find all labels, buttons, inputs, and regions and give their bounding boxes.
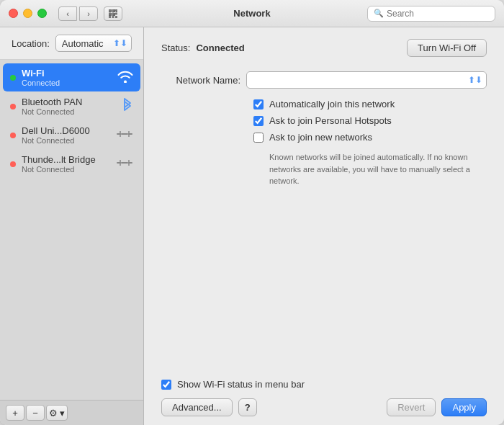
main-content: Location: Automatic Edit Locations... ⬆⬇…	[0, 27, 504, 425]
location-select[interactable]: Automatic Edit Locations...	[55, 35, 132, 52]
location-label: Location:	[12, 38, 50, 49]
svg-rect-6	[112, 9, 114, 12]
location-row: Location: Automatic Edit Locations... ⬆⬇	[0, 27, 143, 60]
bottom-section: Show Wi-Fi status in menu bar Advanced..…	[161, 367, 487, 416]
ask-new-networks-checkbox[interactable]	[253, 133, 264, 143]
ethernet-icon	[116, 128, 133, 143]
advanced-button[interactable]: Advanced...	[161, 398, 233, 416]
network-status: Not Connected	[22, 165, 113, 174]
svg-rect-10	[115, 12, 117, 14]
traffic-lights	[9, 9, 47, 18]
svg-rect-9	[112, 12, 114, 14]
remove-network-button[interactable]: −	[26, 405, 45, 421]
network-info: Dell Uni...D6000 Not Connected	[22, 125, 113, 145]
list-item[interactable]: Dell Uni...D6000 Not Connected	[3, 121, 140, 149]
back-button[interactable]: ‹	[58, 6, 77, 21]
network-name: Bluetooth PAN	[22, 97, 119, 107]
location-select-wrapper: Automatic Edit Locations... ⬆⬇	[55, 35, 132, 52]
status-dot-red	[10, 161, 16, 167]
apps-grid-button[interactable]	[104, 6, 122, 21]
search-icon: 🔍	[374, 9, 384, 18]
checkbox-row: Automatically join this network	[253, 99, 487, 109]
svg-rect-7	[115, 9, 117, 12]
svg-rect-13	[115, 16, 117, 18]
svg-rect-12	[112, 16, 114, 18]
network-name-select[interactable]	[246, 71, 487, 89]
status-value: Connected	[196, 42, 244, 53]
show-wifi-status-label[interactable]: Show Wi-Fi status in menu bar	[177, 379, 305, 390]
turn-wifi-off-button[interactable]: Turn Wi-Fi Off	[407, 39, 487, 57]
gear-menu-button[interactable]: ⚙ ▾	[46, 405, 68, 421]
checkbox-row: Ask to join Personal Hotspots	[253, 115, 487, 126]
svg-rect-8	[109, 12, 111, 14]
minimize-button[interactable]	[23, 9, 32, 18]
list-item[interactable]: Wi-Fi Connected	[3, 63, 140, 91]
show-wifi-row: Show Wi-Fi status in menu bar	[161, 379, 487, 390]
window: ‹ › Network	[0, 0, 504, 425]
network-name: Dell Uni...D6000	[22, 125, 113, 136]
list-item[interactable]: Thunde...lt Bridge Not Connected	[3, 150, 140, 178]
sidebar-toolbar: + − ⚙ ▾	[0, 400, 143, 425]
network-list: Wi-Fi Connected Blueto	[0, 60, 143, 400]
show-wifi-status-checkbox[interactable]	[161, 380, 171, 390]
auto-join-label[interactable]: Automatically join this network	[269, 99, 395, 109]
svg-rect-5	[109, 9, 111, 12]
network-info: Bluetooth PAN Not Connected	[22, 97, 119, 116]
revert-button[interactable]: Revert	[387, 398, 436, 416]
svg-rect-11	[109, 16, 111, 18]
network-name-select-wrapper: ⬆⬇	[246, 71, 487, 89]
status-row: Status: Connected Turn Wi-Fi Off	[161, 39, 487, 57]
network-name-label: Network Name:	[161, 75, 240, 86]
window-title: Network	[233, 8, 270, 19]
add-network-button[interactable]: +	[6, 405, 24, 421]
checkbox-row: Ask to join new networks	[253, 132, 487, 143]
status-dot-red	[10, 133, 16, 138]
checkboxes-section: Automatically join this network Ask to j…	[253, 99, 487, 187]
apply-button[interactable]: Apply	[441, 398, 487, 416]
helper-text: Known networks will be joined automatica…	[269, 151, 487, 187]
status-dot-green	[10, 75, 16, 81]
help-button[interactable]: ?	[238, 398, 257, 416]
thunderbolt-icon	[116, 157, 133, 171]
ask-hotspots-checkbox[interactable]	[253, 116, 264, 126]
titlebar: ‹ › Network	[0, 0, 504, 27]
network-status: Not Connected	[22, 107, 119, 116]
status-dot-red	[10, 104, 16, 109]
close-button[interactable]	[9, 9, 18, 18]
auto-join-checkbox[interactable]	[253, 99, 264, 109]
search-input[interactable]	[387, 9, 489, 19]
right-panel: Status: Connected Turn Wi-Fi Off Network…	[144, 27, 504, 425]
nav-buttons: ‹ ›	[58, 6, 98, 21]
status-label: Status:	[161, 42, 190, 53]
ask-hotspots-label[interactable]: Ask to join Personal Hotspots	[269, 115, 392, 126]
search-box[interactable]: 🔍	[367, 6, 495, 22]
sidebar: Location: Automatic Edit Locations... ⬆⬇…	[0, 27, 144, 425]
wifi-icon	[117, 70, 133, 86]
list-item[interactable]: Bluetooth PAN Not Connected	[3, 92, 140, 120]
network-status: Connected	[22, 79, 114, 87]
network-status: Not Connected	[22, 136, 113, 145]
forward-button[interactable]: ›	[79, 6, 98, 21]
network-name: Thunde...lt Bridge	[22, 154, 113, 165]
network-info: Thunde...lt Bridge Not Connected	[22, 154, 113, 174]
network-name: Wi-Fi	[22, 68, 114, 79]
maximize-button[interactable]	[37, 9, 47, 18]
bluetooth-icon	[122, 98, 133, 115]
network-name-row: Network Name: ⬆⬇	[161, 71, 487, 89]
network-info: Wi-Fi Connected	[22, 68, 114, 87]
ask-new-networks-label[interactable]: Ask to join new networks	[269, 132, 372, 143]
bottom-buttons: Advanced... ? Revert Apply	[161, 398, 487, 416]
